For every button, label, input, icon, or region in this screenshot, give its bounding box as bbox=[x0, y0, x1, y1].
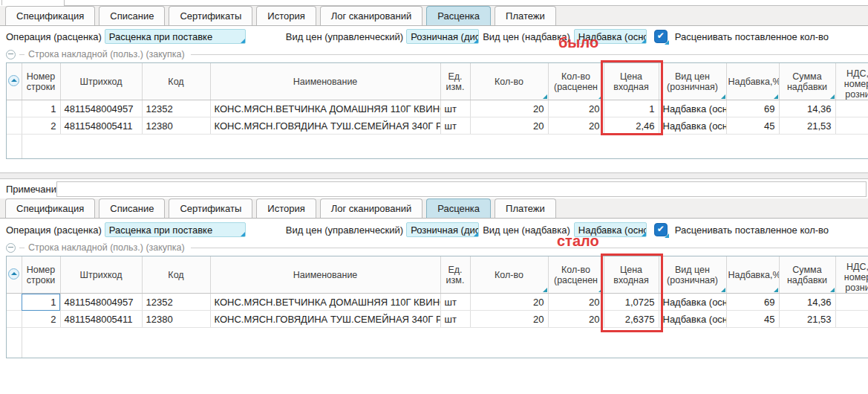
col-kolvo-header[interactable]: Кол-во bbox=[470, 256, 548, 294]
tab-istoriya[interactable]: История bbox=[256, 6, 316, 25]
col-kolvo-header[interactable]: Кол-во bbox=[470, 63, 548, 100]
col-cena-vhodnaya-cell[interactable]: 1,0725 bbox=[604, 294, 659, 311]
col-kolvo-cell[interactable]: 20 bbox=[470, 294, 548, 311]
col-nds-nomer-cell[interactable]: 4 bbox=[835, 100, 868, 117]
col-nds-nomer-cell[interactable]: 4 bbox=[835, 117, 868, 135]
col-ed-izm-header[interactable]: Ед. изм. bbox=[440, 63, 470, 100]
col-kolvo-cell[interactable]: 20 bbox=[470, 100, 548, 117]
filter-marker-icon[interactable] bbox=[543, 94, 547, 99]
col-kolvo-cell[interactable]: 20 bbox=[470, 311, 548, 328]
col-shtrihkod-cell[interactable]: 4811548004957 bbox=[60, 100, 142, 117]
filter-marker-icon[interactable] bbox=[598, 288, 603, 292]
col-kolvo-rascenen-cell[interactable]: 20 bbox=[548, 100, 604, 117]
col-kod-cell[interactable]: 12352 bbox=[142, 294, 210, 311]
col-summa-nadbavki-cell[interactable]: 21,53 bbox=[779, 117, 835, 135]
col-nadbavka-pct-header[interactable]: Надбавка,% bbox=[726, 256, 779, 294]
col-summa-nadbavki-cell[interactable]: 21,53 bbox=[779, 311, 835, 328]
filter-marker-icon[interactable] bbox=[721, 94, 725, 99]
col-ed-izm-cell[interactable]: шт bbox=[440, 117, 470, 135]
markup-type-combo[interactable]: Надбавка (основна bbox=[574, 29, 647, 44]
filter-marker-icon[interactable] bbox=[830, 94, 835, 99]
col-summa-nadbavki-cell[interactable]: 14,36 bbox=[779, 100, 835, 117]
row-selector[interactable] bbox=[7, 311, 22, 328]
col-nomer-stroki-cell[interactable]: 2 bbox=[22, 311, 60, 328]
col-kolvo-cell[interactable]: 20 bbox=[470, 117, 548, 135]
sort-all-header[interactable] bbox=[7, 63, 22, 100]
col-shtrihkod-cell[interactable]: 4811548005411 bbox=[60, 311, 142, 328]
tab-platezhi[interactable]: Платежи bbox=[495, 198, 556, 218]
markup-type-combo[interactable]: Надбавка (основна bbox=[574, 222, 647, 237]
col-nomer-stroki-cell[interactable]: 1 bbox=[22, 100, 60, 117]
col-vid-cen-roznichnaya-header[interactable]: Вид цен (розничная) bbox=[659, 256, 726, 294]
col-cena-vhodnaya-header[interactable]: Цена входная bbox=[604, 256, 659, 294]
tab-istoriya[interactable]: История bbox=[256, 198, 316, 218]
col-nds-nomer-cell[interactable]: 4 bbox=[835, 311, 868, 328]
row-selector[interactable] bbox=[7, 294, 22, 311]
col-kod-header[interactable]: Код bbox=[142, 256, 210, 294]
operation-combo[interactable]: Расценка при поставке bbox=[105, 222, 246, 237]
operation-combo[interactable]: Расценка при поставке bbox=[105, 29, 246, 44]
price-type-combo[interactable]: Розничная (дискау bbox=[406, 29, 479, 44]
col-nadbavka-pct-cell[interactable]: 45 bbox=[726, 311, 779, 328]
col-cena-vhodnaya-cell[interactable]: 2,6375 bbox=[604, 311, 659, 328]
col-summa-nadbavki-cell[interactable]: 14,36 bbox=[779, 294, 835, 311]
col-ed-izm-cell[interactable]: шт bbox=[440, 311, 470, 328]
filter-marker-icon[interactable] bbox=[774, 94, 778, 99]
tab-spisanie[interactable]: Списание bbox=[99, 198, 165, 218]
col-ed-izm-cell[interactable]: шт bbox=[440, 100, 470, 117]
col-cena-vhodnaya-cell[interactable]: 2,46 bbox=[604, 117, 659, 135]
col-summa-nadbavki-header[interactable]: Сумма надбавки bbox=[779, 256, 835, 294]
col-nomer-stroki-cell[interactable]: 1 bbox=[22, 294, 60, 311]
col-nadbavka-pct-cell[interactable]: 45 bbox=[726, 117, 779, 135]
filter-marker-icon[interactable] bbox=[774, 288, 778, 292]
tab-sertifikaty[interactable]: Сертификаты bbox=[169, 6, 252, 25]
tab-rascenka-active[interactable]: Расценка bbox=[426, 6, 491, 25]
col-vid-cen-roznichnaya-cell[interactable]: Надбавка (осно bbox=[659, 311, 726, 328]
col-shtrihkod-header[interactable]: Штрихкод bbox=[60, 256, 142, 294]
col-ed-izm-cell[interactable]: шт bbox=[440, 294, 470, 311]
row-selector[interactable] bbox=[7, 100, 22, 117]
tab-spisanie[interactable]: Списание bbox=[99, 6, 165, 25]
col-kod-cell[interactable]: 12352 bbox=[142, 100, 210, 117]
col-kolvo-rascenen-cell[interactable]: 20 bbox=[548, 294, 604, 311]
filter-marker-icon[interactable] bbox=[721, 288, 725, 292]
col-nds-nomer-cell[interactable]: 4 bbox=[835, 294, 868, 311]
col-ed-izm-header[interactable]: Ед. изм. bbox=[440, 256, 470, 294]
col-vid-cen-roznichnaya-header[interactable]: Вид цен (розничная) bbox=[659, 63, 726, 100]
col-naimenovanie-cell[interactable]: КОНС.МЯСН.ГОВЯДИНА ТУШ.СЕМЕЙНАЯ 340Г РБ … bbox=[210, 117, 440, 135]
tab-platezhi[interactable]: Платежи bbox=[495, 6, 556, 25]
col-vid-cen-roznichnaya-cell[interactable]: Надбавка (осно bbox=[659, 117, 726, 135]
col-kolvo-rascenen-header[interactable]: Кол-во (расценен bbox=[548, 63, 604, 100]
col-nadbavka-pct-cell[interactable]: 69 bbox=[726, 100, 779, 117]
col-nds-nomer-header[interactable]: НДС, номер розни bbox=[835, 63, 868, 100]
col-nadbavka-pct-cell[interactable]: 69 bbox=[726, 294, 779, 311]
price-type-combo[interactable]: Розничная (дискау bbox=[406, 222, 479, 237]
col-nomer-stroki-header[interactable]: Номер строки bbox=[22, 63, 60, 100]
row-selector[interactable] bbox=[7, 117, 22, 135]
sort-all-header[interactable] bbox=[7, 256, 22, 294]
reprice-checkbox[interactable] bbox=[654, 30, 668, 43]
reprice-checkbox[interactable] bbox=[654, 223, 668, 236]
col-naimenovanie-header[interactable]: Наименование bbox=[210, 63, 440, 100]
col-nomer-stroki-header[interactable]: Номер строки bbox=[22, 256, 60, 294]
col-kod-cell[interactable]: 12380 bbox=[142, 311, 210, 328]
col-cena-vhodnaya-cell[interactable]: 1 bbox=[604, 100, 659, 117]
filter-marker-icon[interactable] bbox=[830, 288, 835, 292]
tab-sertifikaty[interactable]: Сертификаты bbox=[169, 198, 252, 218]
col-shtrihkod-header[interactable]: Штрихкод bbox=[60, 63, 142, 100]
tab-rascenka-active[interactable]: Расценка bbox=[426, 198, 491, 218]
col-naimenovanie-cell[interactable]: КОНС.МЯСН.ГОВЯДИНА ТУШ.СЕМЕЙНАЯ 340Г РБ … bbox=[210, 311, 440, 328]
col-vid-cen-roznichnaya-cell[interactable]: Надбавка (осно bbox=[659, 294, 726, 311]
col-shtrihkod-cell[interactable]: 4811548004957 bbox=[60, 294, 142, 311]
col-summa-nadbavki-header[interactable]: Сумма надбавки bbox=[779, 63, 835, 100]
col-kod-cell[interactable]: 12380 bbox=[142, 117, 210, 135]
col-naimenovanie-cell[interactable]: КОНС.МЯСН.ВЕТЧИНКА ДОМАШНЯЯ 110Г КВИНФУД bbox=[210, 294, 440, 311]
col-kolvo-rascenen-cell[interactable]: 20 bbox=[548, 311, 604, 328]
tab-specifikaciya[interactable]: Спецификация bbox=[5, 6, 95, 25]
tab-log-skanirovaniy[interactable]: Лог сканирований bbox=[320, 6, 422, 25]
col-kolvo-rascenen-cell[interactable]: 20 bbox=[548, 117, 604, 135]
col-nds-nomer-header[interactable]: НДС, номер розни bbox=[835, 256, 868, 294]
col-naimenovanie-cell[interactable]: КОНС.МЯСН.ВЕТЧИНКА ДОМАШНЯЯ 110Г КВИНФУД bbox=[210, 100, 440, 117]
filter-marker-icon[interactable] bbox=[543, 288, 547, 292]
collapse-icon[interactable] bbox=[6, 50, 16, 59]
